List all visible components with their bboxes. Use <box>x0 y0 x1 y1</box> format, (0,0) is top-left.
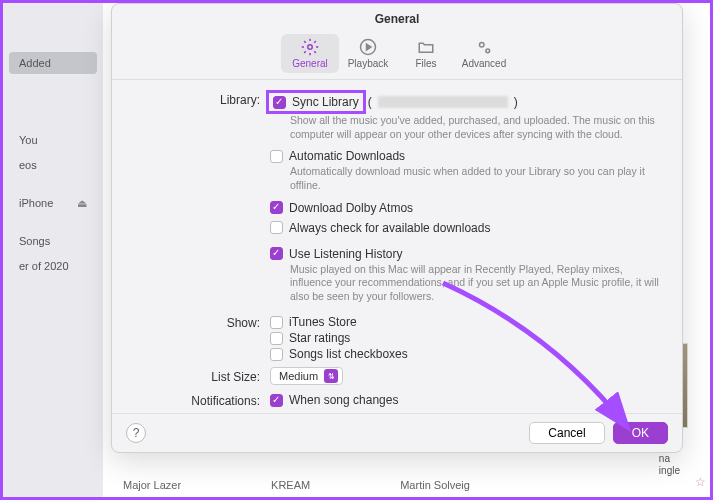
star-icon[interactable]: ☆ <box>695 475 706 489</box>
always-check-downloads-checkbox[interactable] <box>270 221 283 234</box>
artist-name: KREAM <box>271 479 310 491</box>
songs-checkboxes-label: Songs list checkboxes <box>289 347 408 361</box>
gears-icon <box>475 38 493 56</box>
svg-point-3 <box>480 43 485 48</box>
sidebar-item[interactable] <box>9 217 97 227</box>
redacted-account <box>378 96 508 108</box>
svg-marker-2 <box>367 44 372 50</box>
song-list-row: Major Lazer KREAM Martin Solveig <box>123 479 690 491</box>
svg-point-0 <box>308 45 313 50</box>
text-fragment: naingle <box>659 453 680 477</box>
star-ratings-label: Star ratings <box>289 331 350 345</box>
chevron-updown-icon: ⇅ <box>324 369 338 383</box>
show-label: Show: <box>130 315 270 330</box>
always-check-downloads-label: Always check for available downloads <box>289 221 490 235</box>
dolby-atmos-checkbox[interactable] <box>270 201 283 214</box>
itunes-store-label: iTunes Store <box>289 315 357 329</box>
tab-files[interactable]: Files <box>397 34 455 73</box>
sidebar-item-iphone[interactable]: iPhone ⏏ <box>9 192 97 214</box>
sidebar-item[interactable] <box>9 103 97 113</box>
star-ratings-checkbox[interactable] <box>270 332 283 345</box>
automatic-downloads-checkbox[interactable] <box>270 150 283 163</box>
preferences-content: Library: Sync Library ( ) Show all the m… <box>112 80 682 413</box>
tab-advanced[interactable]: Advanced <box>455 34 513 73</box>
sync-library-checkbox[interactable] <box>273 96 286 109</box>
preferences-sheet: General General Playback Files Advanced … <box>111 3 683 453</box>
tab-playback[interactable]: Playback <box>339 34 397 73</box>
help-button[interactable]: ? <box>126 423 146 443</box>
folder-icon <box>417 38 435 56</box>
listening-history-label: Use Listening History <box>289 247 402 261</box>
automatic-downloads-label: Automatic Downloads <box>289 149 405 163</box>
sidebar-item[interactable] <box>9 116 97 126</box>
song-changes-checkbox[interactable] <box>270 394 283 407</box>
sidebar-item[interactable] <box>9 39 97 49</box>
songs-checkboxes-checkbox[interactable] <box>270 348 283 361</box>
listening-history-checkbox[interactable] <box>270 247 283 260</box>
library-label: Library: <box>130 92 270 107</box>
sidebar-item[interactable] <box>9 179 97 189</box>
sidebar-item[interactable]: eos <box>9 154 97 176</box>
sidebar-item[interactable]: You <box>9 129 97 151</box>
ok-button[interactable]: OK <box>613 422 668 444</box>
sync-library-description: Show all the music you've added, purchas… <box>290 114 664 141</box>
tab-bar: General Playback Files Advanced <box>112 34 682 80</box>
list-size-select[interactable]: Medium ⇅ <box>270 367 343 385</box>
automatic-downloads-description: Automatically download music when added … <box>290 165 664 192</box>
sidebar-item-added[interactable]: Added <box>9 52 97 74</box>
notifications-label: Notifications: <box>130 393 270 408</box>
sheet-title: General <box>112 4 682 34</box>
listening-history-description: Music played on this Mac will appear in … <box>290 263 664 304</box>
gear-icon <box>301 38 319 56</box>
paren: ( <box>368 95 372 109</box>
play-icon <box>359 38 377 56</box>
song-changes-label: When song changes <box>289 393 398 407</box>
list-size-label: List Size: <box>130 369 270 384</box>
svg-point-4 <box>486 49 490 53</box>
sidebar-item[interactable]: er of 2020 <box>9 255 97 277</box>
sidebar-item[interactable] <box>9 90 97 100</box>
artist-name: Major Lazer <box>123 479 181 491</box>
itunes-store-checkbox[interactable] <box>270 316 283 329</box>
sync-library-label: Sync Library <box>292 95 359 109</box>
cancel-button[interactable]: Cancel <box>529 422 604 444</box>
sidebar: Added You eos iPhone ⏏ Songs er of 2020 <box>3 3 103 497</box>
dolby-atmos-label: Download Dolby Atmos <box>289 201 413 215</box>
sheet-footer: ? Cancel OK <box>112 413 682 452</box>
paren: ) <box>514 95 518 109</box>
sidebar-item[interactable]: Songs <box>9 230 97 252</box>
tab-general[interactable]: General <box>281 34 339 73</box>
sidebar-item[interactable] <box>9 77 97 87</box>
sidebar-item[interactable] <box>9 26 97 36</box>
artist-name: Martin Solveig <box>400 479 470 491</box>
highlight-sync-library: Sync Library <box>266 90 366 114</box>
